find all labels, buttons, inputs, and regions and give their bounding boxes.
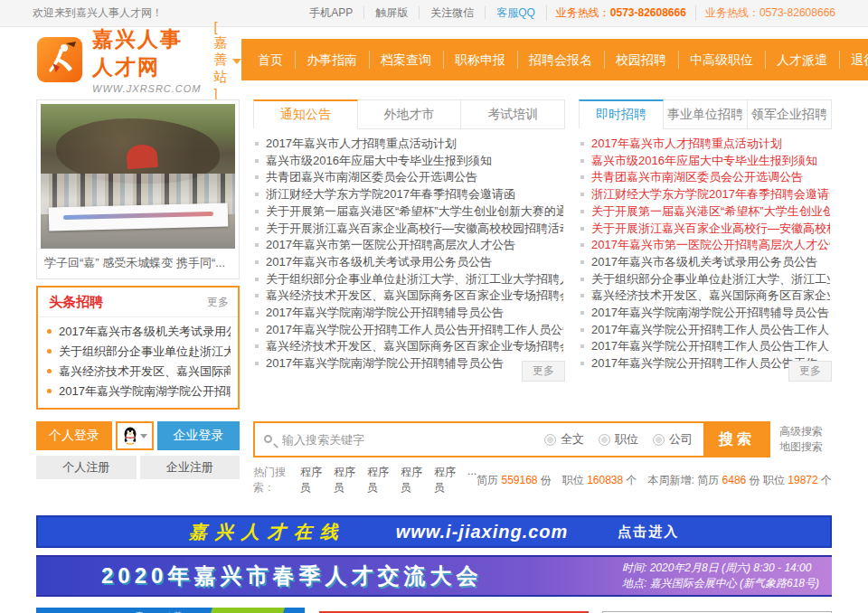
list-item[interactable]: 2017年嘉兴市人才招聘重点活动计划 bbox=[255, 136, 563, 153]
nav-item[interactable]: 中高级职位 bbox=[678, 51, 765, 69]
list-item[interactable]: 嘉兴经济技术开发区、嘉兴国际商务区百家企业专场招聘会公告 bbox=[255, 288, 563, 305]
list-item[interactable]: 2017年嘉兴学院南湖学院公开招聘辅导员公告 bbox=[580, 305, 830, 322]
list-item[interactable]: 关于组织部分企事业单位赴浙江大学... bbox=[47, 342, 231, 362]
list-item[interactable]: 浙江财经大学东方学院2017年春季招聘会邀请函 bbox=[255, 186, 563, 203]
list-item[interactable]: 2017年嘉兴市各级机关考试录用公务... bbox=[47, 322, 231, 342]
recruit-list: 2017年嘉兴市人才招聘重点活动计划嘉兴市级2016年应届大中专毕业生报到须知共… bbox=[579, 129, 832, 373]
list-item[interactable]: 关于开展第一届嘉兴港区“希望杯”大学生创业创... bbox=[580, 203, 830, 221]
hot-word-link[interactable]: 程序员 bbox=[401, 465, 428, 495]
personal-login-button[interactable]: 个人登录 bbox=[36, 421, 112, 450]
search-side-links: 高级搜索 地图搜索 bbox=[779, 421, 832, 457]
nav-item[interactable]: 人才派遣 bbox=[765, 51, 839, 69]
qq-login-dropdown[interactable] bbox=[116, 421, 154, 450]
headline-more-link[interactable]: 更多 bbox=[207, 295, 229, 310]
scope-radio[interactable]: 公司 bbox=[653, 431, 693, 448]
list-item[interactable]: 2017年嘉兴市第一医院公开招聘高层次人才公告 bbox=[255, 237, 563, 254]
nav-item[interactable]: 招聘会报名 bbox=[517, 51, 604, 69]
nav-item[interactable]: 首页 bbox=[247, 51, 295, 69]
list-item[interactable]: 2017年嘉兴市各级机关考试录用公务员公告 bbox=[255, 254, 563, 271]
photo-caption[interactable]: 学子回“嘉” 感受禾城蝶变 携手同“... bbox=[41, 249, 235, 275]
nav-item[interactable]: 校园招聘 bbox=[604, 51, 678, 69]
fair-info: 时间: 2020年2月8日 (周六) 8:30 - 14:00 地点: 嘉兴国际… bbox=[622, 561, 819, 591]
list-item[interactable]: 共青团嘉兴市南湖区委员会公开选调公告 bbox=[255, 169, 563, 186]
page: 欢迎来到嘉兴人事人才网！ 手机APP触屏版关注微信客服QQ 业务热线：0573-… bbox=[0, 0, 868, 613]
list-item[interactable]: 2017年嘉兴学院公开招聘工作人员公告开招聘工作人员公告开... bbox=[255, 322, 563, 339]
radio-icon bbox=[599, 434, 610, 446]
stat-segment: 个 bbox=[818, 474, 832, 486]
topbar-link[interactable]: 客服QQ bbox=[485, 6, 546, 19]
fair-place: 地点: 嘉兴国际会展中心 (新气象路618号) bbox=[622, 576, 819, 591]
list-item[interactable]: 2017年嘉兴市人才招聘重点活动计划 bbox=[580, 136, 830, 153]
nav-item[interactable]: 职称申报 bbox=[443, 51, 517, 69]
scope-radio[interactable]: 职位 bbox=[599, 431, 638, 448]
list-item[interactable]: 关于组织部分企事业单位赴浙江大学、浙江工业大... bbox=[580, 271, 830, 288]
list-item[interactable]: 关于组织部分企事业单位赴浙江大学、浙江工业大学招聘人才的... bbox=[255, 271, 563, 288]
list-item[interactable]: 关于开展第一届嘉兴港区“希望杯”大学生创业创新大赛的通知 bbox=[255, 203, 563, 221]
chevron-down-icon bbox=[140, 434, 147, 439]
news-photo-card[interactable]: 学子回“嘉” 感受禾城蝶变 携手同“... bbox=[36, 99, 240, 279]
list-item[interactable]: 关于开展浙江嘉兴百家企业高校行—安徽高校校园... bbox=[580, 221, 830, 238]
tab[interactable]: 考试培训 bbox=[461, 99, 565, 129]
list-item[interactable]: 2017年嘉兴学院南湖学院公开招聘辅导员公告 bbox=[255, 355, 563, 373]
banner-cloth-graphic bbox=[48, 203, 227, 231]
list-item[interactable]: 2017年嘉兴学院南湖学院公开招聘辅导员公告 bbox=[255, 305, 563, 322]
main-content: 学子回“嘉” 感受禾城蝶变 携手同“... 头条招聘 更多 2017年嘉兴市各级… bbox=[36, 92, 832, 613]
tab[interactable]: 领军企业招聘 bbox=[748, 99, 832, 129]
fair-title: 2020年嘉兴市春季人才交流大会 bbox=[101, 561, 482, 590]
company-register-button[interactable]: 企业注册 bbox=[140, 456, 241, 479]
tab[interactable]: 通知公告 bbox=[253, 99, 358, 129]
search-bar: 全文职位公司 搜索 bbox=[253, 421, 770, 457]
list-item[interactable]: 共青团嘉兴市南湖区委员会公开选调公告 bbox=[580, 169, 830, 186]
personal-register-button[interactable]: 个人注册 bbox=[36, 456, 137, 479]
topbar-link[interactable]: 关注微信 bbox=[419, 6, 485, 19]
list-item[interactable]: 2017年嘉兴市各级机关考试录用公务员公告 bbox=[580, 254, 830, 271]
tab[interactable]: 即时招聘 bbox=[579, 99, 664, 129]
talent-online-banner[interactable]: 嘉兴人才在线 www.i-jiaxing.com 点击进入 bbox=[36, 515, 832, 548]
nav-item[interactable]: 办事指南 bbox=[295, 51, 369, 69]
site-url: WWW.JXRSRC.COM bbox=[92, 83, 202, 94]
topbar-link[interactable]: 触屏版 bbox=[363, 6, 419, 19]
station-selector[interactable]: [ 嘉善站 ] bbox=[214, 19, 241, 101]
advanced-search-link[interactable]: 高级搜索 bbox=[779, 424, 832, 439]
china-mobile-ad[interactable]: 中国移动 China Mobile 真young！花young～ bilibil… bbox=[36, 608, 305, 613]
search-button[interactable]: 搜索 bbox=[703, 421, 770, 457]
hot-word-link[interactable]: 程序员 bbox=[434, 465, 461, 495]
topbar-links: 手机APP触屏版关注微信客服QQ 业务热线：0573-82608666 业务热线… bbox=[298, 5, 844, 21]
radio-icon bbox=[544, 434, 556, 446]
list-item[interactable]: 嘉兴经济技术开发区、嘉兴国际商务区百家企业专... bbox=[580, 288, 830, 305]
site-logo-icon[interactable] bbox=[36, 36, 83, 83]
list-item[interactable]: 2017年嘉兴学院公开招聘工作人员公告工作人员... bbox=[580, 338, 830, 355]
list-item[interactable]: 2017年嘉兴市第一医院公开招聘高层次人才公告 bbox=[580, 237, 830, 254]
list-item[interactable]: 嘉兴市级2016年应届大中专毕业生报到须知 bbox=[255, 153, 563, 170]
map-search-link[interactable]: 地图搜索 bbox=[779, 439, 832, 455]
search-input[interactable] bbox=[255, 423, 544, 456]
hot-word-link[interactable]: 程序员 bbox=[367, 465, 394, 495]
list-item[interactable]: 嘉兴市级2016年应届大中专毕业生报到须知 bbox=[580, 153, 830, 170]
hot-word-link[interactable]: ... bbox=[467, 465, 476, 495]
welcome-text: 欢迎来到嘉兴人事人才网！ bbox=[33, 5, 163, 21]
hot-word-link[interactable]: 程序员 bbox=[334, 465, 361, 495]
search-area: 全文职位公司 搜索 高级搜索 地图搜索 热门搜索： 程序员程序员程序员程序员程序… bbox=[253, 421, 832, 495]
scope-radio[interactable]: 全文 bbox=[544, 431, 584, 448]
list-item[interactable]: 浙江财经大学东方学院2017年春季招聘会邀请函 bbox=[580, 186, 830, 203]
headline-title: 头条招聘 bbox=[49, 294, 103, 311]
topbar-link[interactable]: 手机APP bbox=[298, 6, 363, 19]
company-login-button[interactable]: 企业登录 bbox=[157, 421, 240, 450]
list-item[interactable]: 嘉兴经济技术开发区、嘉兴国际商务区百家企业专场招聘会公告 bbox=[255, 338, 563, 355]
list-item[interactable]: 关于开展浙江嘉兴百家企业高校行—安徽高校校园招聘活动的通... bbox=[255, 221, 563, 238]
banner-cta: 点击进入 bbox=[618, 523, 679, 541]
nav-item[interactable]: 退役军人招聘 bbox=[839, 51, 868, 69]
tab[interactable]: 外地才市 bbox=[358, 99, 462, 129]
job-fair-banner[interactable]: 2020年嘉兴市春季人才交流大会 时间: 2020年2月8日 (周六) 8:30… bbox=[36, 555, 832, 597]
hot-word-link[interactable]: 程序员 bbox=[300, 465, 327, 495]
notice-more-button[interactable]: 更多 bbox=[522, 361, 565, 382]
recruit-more-button[interactable]: 更多 bbox=[788, 361, 832, 382]
nav-item[interactable]: 档案查询 bbox=[369, 51, 443, 69]
hotline-number: 0573-82608666 bbox=[610, 6, 686, 19]
site-stats: 简历 559168 份 职位 160838 个 本周新增: 简历 6486 份 … bbox=[476, 473, 832, 488]
list-item[interactable]: 嘉兴经济技术开发区、嘉兴国际商务... bbox=[47, 362, 231, 382]
tab[interactable]: 事业单位招聘 bbox=[664, 99, 748, 129]
search-scopes: 全文职位公司 bbox=[544, 431, 705, 448]
list-item[interactable]: 2017年嘉兴学院公开招聘工作人员公告工作人员... bbox=[580, 322, 830, 339]
list-item[interactable]: 2017年嘉兴学院南湖学院公开招聘辅... bbox=[47, 382, 231, 401]
